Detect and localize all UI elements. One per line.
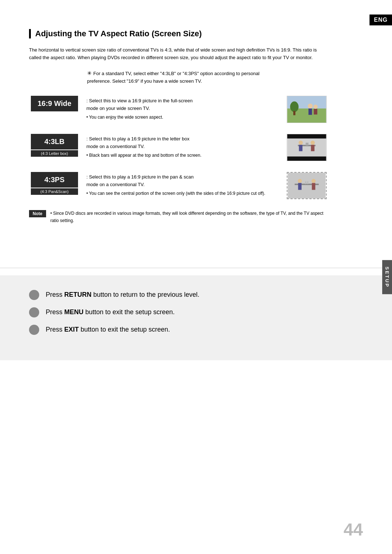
bottom-text-menu: Press MENU button to exit the setup scre… xyxy=(46,308,175,317)
option-label-ps-sub: (4:3 Pan&Scan) xyxy=(31,188,78,195)
key-exit: EXIT xyxy=(64,326,79,333)
svg-rect-25 xyxy=(305,181,306,184)
option-label-lb-sub: (4:3 Letter box) xyxy=(31,150,78,157)
bottom-text-return: Press RETURN button to return to the pre… xyxy=(46,290,199,299)
option-desc-lb: : Select this to play a 16:9 picture in … xyxy=(86,134,280,159)
option-label-lb-main: 4:3LB xyxy=(31,134,78,149)
option-row-ps: 4:3PS (4:3 Pan&Scan) : Select this to pl… xyxy=(29,172,327,199)
svg-point-3 xyxy=(290,102,298,112)
svg-rect-11 xyxy=(287,157,326,161)
svg-point-7 xyxy=(313,105,318,109)
svg-point-21 xyxy=(298,179,302,183)
option-label-block-lb: 4:3LB (4:3 Letter box) xyxy=(29,134,80,157)
svg-point-23 xyxy=(311,179,315,183)
option-desc-wide: : Select this to view a 16:9 picture in … xyxy=(86,96,280,121)
bottom-row-exit: Press EXIT button to exit the setup scre… xyxy=(29,325,363,335)
option-row-lb: 4:3LB (4:3 Letter box) : Select this to … xyxy=(29,134,327,161)
note-label: Note xyxy=(29,210,46,217)
svg-rect-26 xyxy=(307,181,309,184)
bottom-row-return: Press RETURN button to return to the pre… xyxy=(29,290,363,300)
note-text: • Since DVD discs are recorded in variou… xyxy=(50,210,327,224)
star-note: ✳For a standard TV, select either "4:3LB… xyxy=(87,69,276,85)
bottom-text-exit: Press EXIT button to exit the setup scre… xyxy=(46,325,170,334)
circle-bullet-return xyxy=(29,290,39,300)
page-number: 44 xyxy=(344,520,363,539)
circle-bullet-menu xyxy=(29,307,39,317)
svg-point-15 xyxy=(311,141,315,145)
svg-rect-10 xyxy=(287,134,326,139)
bottom-section: Press RETURN button to return to the pre… xyxy=(0,275,392,360)
page-title: Adjusting the TV Aspect Ratio (Screen Si… xyxy=(29,29,327,38)
svg-point-13 xyxy=(299,141,303,145)
wide-illustration xyxy=(287,96,326,123)
option-desc-ps: : Select this to play a 16:9 picture in … xyxy=(86,172,280,197)
intro-paragraph: The horizontal to vertical screen size r… xyxy=(29,46,319,62)
svg-rect-22 xyxy=(298,183,301,190)
circle-bullet-exit xyxy=(29,325,39,335)
lb-illustration xyxy=(287,134,326,161)
option-desc-wide-line1: : Select this to view a 16:9 picture in … xyxy=(86,97,280,105)
svg-rect-14 xyxy=(299,145,303,152)
option-desc-ps-line1: : Select this to play a 16:9 picture in … xyxy=(86,173,280,181)
key-menu: MENU xyxy=(64,308,83,316)
ps-illustration xyxy=(287,173,326,198)
star-icon: ✳ xyxy=(87,70,92,76)
svg-rect-6 xyxy=(309,108,312,115)
eng-badge: ENG xyxy=(369,15,392,25)
option-desc-lb-line1: : Select this to play a 16:9 picture in … xyxy=(86,135,280,143)
svg-rect-19 xyxy=(288,173,326,198)
note-box: Note • Since DVD discs are recorded in v… xyxy=(29,210,327,224)
option-desc-ps-bullet: • You can see the central portion of the… xyxy=(86,190,280,197)
svg-rect-17 xyxy=(306,143,307,146)
option-desc-ps-line2: mode on a conventional TV. xyxy=(86,181,280,189)
option-desc-wide-line2: mode on your wide screen TV. xyxy=(86,105,280,112)
svg-rect-18 xyxy=(307,143,309,146)
option-desc-lb-bullet: • Black bars will appear at the top and … xyxy=(86,152,280,159)
option-image-ps xyxy=(287,172,327,199)
svg-point-5 xyxy=(308,104,313,109)
option-desc-lb-line2: mode on a conventional TV. xyxy=(86,143,280,151)
svg-rect-4 xyxy=(293,111,295,115)
svg-rect-24 xyxy=(312,183,315,190)
option-label-wide-main: 16:9 Wide xyxy=(31,96,78,111)
key-return: RETURN xyxy=(64,291,91,298)
option-desc-wide-bullet: • You can enjoy the wide screen aspect. xyxy=(86,114,280,121)
option-image-lb xyxy=(287,134,327,161)
option-row-wide: 16:9 Wide : Select this to view a 16:9 p… xyxy=(29,96,327,123)
option-label-block-wide: 16:9 Wide xyxy=(29,96,80,111)
svg-rect-8 xyxy=(314,109,317,115)
option-image-wide xyxy=(287,96,327,123)
section-divider xyxy=(0,268,392,268)
option-label-ps-main: 4:3PS xyxy=(31,172,78,188)
svg-rect-16 xyxy=(311,145,315,152)
option-label-block-ps: 4:3PS (4:3 Pan&Scan) xyxy=(29,172,80,195)
bottom-row-menu: Press MENU button to exit the setup scre… xyxy=(29,307,363,317)
setup-sidebar-label: SETUP xyxy=(382,260,392,294)
